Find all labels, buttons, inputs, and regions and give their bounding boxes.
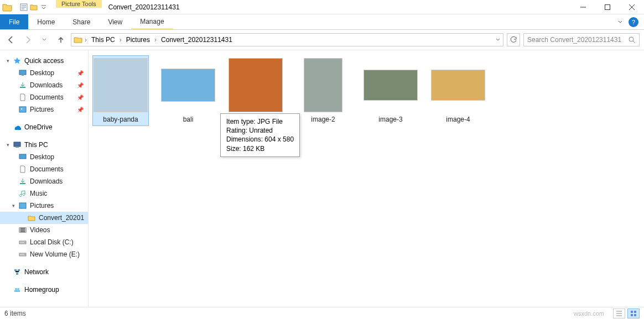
context-tab-header: Picture Tools xyxy=(56,0,102,14)
tab-share[interactable]: Share xyxy=(64,14,99,29)
svg-rect-5 xyxy=(20,87,25,88)
nav-new-volume-e[interactable]: New Volume (E:) xyxy=(0,248,88,260)
svg-rect-3 xyxy=(19,70,26,75)
download-icon xyxy=(19,177,27,185)
video-icon xyxy=(19,226,27,234)
forward-button[interactable] xyxy=(21,33,34,46)
onedrive-icon xyxy=(13,123,21,131)
breadcrumb[interactable]: › This PC › Pictures › Convert_202012311… xyxy=(71,33,503,46)
history-dropdown-icon[interactable] xyxy=(495,37,501,43)
nav-pc-pictures[interactable]: ▾Pictures xyxy=(0,200,88,212)
tab-manage[interactable]: Manage xyxy=(131,14,173,29)
svg-rect-9 xyxy=(15,147,19,148)
tooltip-line: Size: 162 KB xyxy=(226,144,294,153)
recent-locations-button[interactable] xyxy=(38,33,51,46)
properties-icon[interactable] xyxy=(19,3,28,12)
file-thumbnail xyxy=(431,58,485,112)
file-view[interactable]: baby-pandabaliimage-1image-2image-3image… xyxy=(89,50,644,307)
nav-homegroup[interactable]: Homegroup xyxy=(0,284,88,296)
tooltip-line: Rating: Unrated xyxy=(226,126,294,135)
file-thumbnail xyxy=(161,58,215,112)
download-icon xyxy=(19,81,27,89)
svg-rect-12 xyxy=(19,203,26,208)
folder-icon xyxy=(28,214,35,222)
chevron-right-icon[interactable]: › xyxy=(120,36,122,44)
nav-current-folder[interactable]: Convert_20201 xyxy=(0,212,88,224)
breadcrumb-segment[interactable]: This PC xyxy=(89,36,117,44)
file-name: image-3 xyxy=(378,116,402,123)
quick-access-toolbar xyxy=(0,0,50,14)
watermark: wsxdn.com xyxy=(574,310,604,317)
nav-onedrive[interactable]: OneDrive xyxy=(0,121,88,133)
file-name: bali xyxy=(183,116,194,123)
chevron-down-icon[interactable]: ▾ xyxy=(6,58,10,64)
refresh-button[interactable] xyxy=(507,33,520,46)
file-item[interactable]: baby-panda xyxy=(93,56,148,125)
homegroup-icon xyxy=(13,286,21,294)
search-input[interactable]: Search Convert_202012311431 xyxy=(523,33,640,46)
body: ▾ Quick access Desktop📌 Downloads📌 Docum… xyxy=(0,50,644,307)
chevron-down-icon[interactable]: ▾ xyxy=(6,142,10,148)
view-thumbnails-button[interactable] xyxy=(627,308,640,318)
svg-point-15 xyxy=(24,242,25,243)
file-thumbnail xyxy=(228,58,283,112)
document-icon xyxy=(19,165,27,173)
nav-pc-documents[interactable]: Documents xyxy=(0,163,88,175)
chevron-down-icon[interactable]: ▾ xyxy=(11,203,15,208)
svg-point-17 xyxy=(24,254,25,255)
up-button[interactable] xyxy=(54,33,67,46)
minimize-button[interactable] xyxy=(571,0,595,14)
tooltip-line: Dimensions: 604 x 580 xyxy=(226,135,294,144)
drive-icon xyxy=(19,238,27,246)
ribbon-expand-icon[interactable] xyxy=(617,19,623,25)
svg-rect-23 xyxy=(14,290,20,292)
tab-home[interactable]: Home xyxy=(28,14,64,29)
document-icon xyxy=(19,93,27,101)
svg-point-22 xyxy=(17,288,19,290)
nav-network[interactable]: Network xyxy=(0,266,88,278)
nav-pc-downloads[interactable]: Downloads xyxy=(0,175,88,187)
nav-pane[interactable]: ▾ Quick access Desktop📌 Downloads📌 Docum… xyxy=(0,50,89,307)
file-item[interactable]: bali xyxy=(160,56,216,125)
file-item[interactable]: image-2 xyxy=(295,56,351,125)
file-tab[interactable]: File xyxy=(0,14,28,29)
nav-downloads[interactable]: Downloads📌 xyxy=(0,79,88,91)
svg-rect-13 xyxy=(19,228,26,232)
file-item[interactable]: image-3 xyxy=(363,56,418,125)
breadcrumb-segment[interactable]: Pictures xyxy=(124,36,152,44)
breadcrumb-segment[interactable]: Convert_202012311431 xyxy=(159,36,235,44)
nav-documents[interactable]: Documents📌 xyxy=(0,91,88,103)
nav-pc-music[interactable]: Music xyxy=(0,187,88,200)
tab-view[interactable]: View xyxy=(99,14,131,29)
search-icon[interactable] xyxy=(628,36,636,44)
file-item[interactable]: image-4 xyxy=(430,56,486,125)
tooltip-line: Item type: JPG File xyxy=(226,117,294,126)
desktop-icon xyxy=(19,69,27,77)
network-icon xyxy=(13,268,21,276)
chevron-right-icon[interactable]: › xyxy=(85,36,87,44)
new-folder-icon[interactable] xyxy=(29,3,38,12)
nav-pictures[interactable]: Pictures📌 xyxy=(0,103,88,116)
nav-pc-videos[interactable]: Videos xyxy=(0,224,88,236)
maximize-button[interactable] xyxy=(595,0,620,14)
nav-this-pc[interactable]: ▾This PC xyxy=(0,139,88,151)
window-controls xyxy=(571,0,644,14)
context-tab-label: Picture Tools xyxy=(56,0,102,8)
nav-quick-access[interactable]: ▾ Quick access xyxy=(0,55,88,67)
chevron-right-icon[interactable]: › xyxy=(154,36,157,44)
file-thumbnail xyxy=(363,58,418,112)
qat-dropdown-icon[interactable] xyxy=(39,3,48,12)
nav-pc-desktop[interactable]: Desktop xyxy=(0,151,88,163)
picture-icon xyxy=(19,106,27,113)
close-button[interactable] xyxy=(620,0,644,14)
drive-icon xyxy=(19,250,27,258)
svg-point-7 xyxy=(21,108,22,109)
view-details-button[interactable] xyxy=(613,308,625,318)
nav-desktop[interactable]: Desktop📌 xyxy=(0,67,88,79)
nav-local-disk-c[interactable]: Local Disk (C:) xyxy=(0,236,88,248)
svg-rect-26 xyxy=(631,314,633,316)
svg-rect-18 xyxy=(14,269,17,271)
svg-rect-27 xyxy=(634,314,636,316)
help-icon[interactable]: ? xyxy=(629,17,638,27)
back-button[interactable] xyxy=(4,33,18,46)
